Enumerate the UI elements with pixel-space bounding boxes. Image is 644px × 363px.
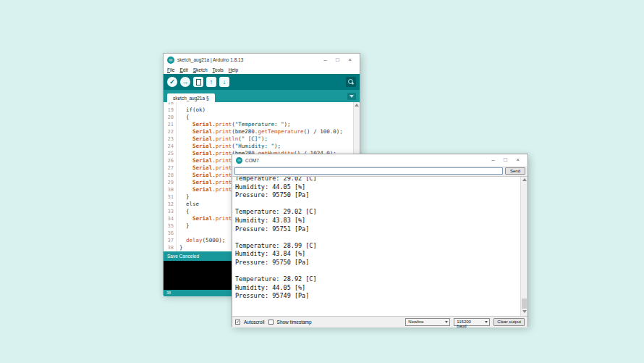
serial-monitor-window: ∞ COM7 – □ × Send Temperature: 29.02 [C]… <box>232 154 528 327</box>
line-number: 26 <box>164 157 177 164</box>
verify-button[interactable]: ✓ <box>167 77 177 87</box>
menu-edit[interactable]: Edit <box>180 67 188 72</box>
scroll-down-icon[interactable] <box>522 310 527 313</box>
code-text: Serial.print("Humidity: "); <box>177 143 281 150</box>
clear-output-button[interactable]: Clear output <box>493 318 525 326</box>
code-line: 22 Serial.print(bme280.getTemperature() … <box>164 128 353 135</box>
serial-output-line: Temperature: 29.02 [C] <box>235 208 520 217</box>
magnifier-icon <box>348 79 354 85</box>
serial-output-line: Humidity: 44.05 [%] <box>235 284 520 293</box>
line-number: 38 <box>164 244 177 251</box>
serial-scrollbar[interactable] <box>520 177 528 316</box>
minimize-icon[interactable]: – <box>319 56 331 64</box>
serial-output-line: Temperature: 29.02 [C] <box>235 176 520 183</box>
line-number: 30 <box>164 186 177 193</box>
line-number: 21 <box>164 121 177 128</box>
scroll-up-icon[interactable] <box>355 104 359 107</box>
line-number: 20 <box>164 114 177 121</box>
save-button[interactable]: ↓ <box>219 77 229 87</box>
line-number: 35 <box>164 222 177 230</box>
show-timestamp-label: Show timestamp <box>277 320 312 325</box>
close-icon[interactable]: × <box>512 156 524 164</box>
line-ending-dropdown[interactable]: Newline <box>405 318 450 326</box>
maximize-icon[interactable]: □ <box>499 156 512 164</box>
chevron-down-icon <box>445 321 448 323</box>
serial-output-line: Pressure: 95751 [Pa] <box>235 225 520 234</box>
line-number: 27 <box>164 164 177 172</box>
line-number: 31 <box>164 193 177 201</box>
serial-output-line: Humidity: 43.83 [%] <box>235 217 520 225</box>
code-line: 19 if(ok) <box>164 107 353 114</box>
serial-output-area[interactable]: Temperature: 29.02 [C]Humidity: 44.05 [%… <box>232 176 528 317</box>
check-icon: ✓ <box>169 78 175 85</box>
code-line: 23 Serial.println(" [C]"); <box>164 135 353 143</box>
serial-output-line: Temperature: 28.99 [C] <box>235 242 520 251</box>
line-number: 29 <box>164 179 177 186</box>
code-text <box>177 230 179 237</box>
arrow-up-icon: ↑ <box>210 78 213 85</box>
serial-input[interactable] <box>234 167 503 175</box>
document-icon <box>196 79 201 85</box>
code-text: Serial.printl <box>177 179 235 186</box>
autoscroll-label: Autoscroll <box>244 320 265 325</box>
serial-bottom-bar: ✓ Autoscroll Show timestamp Newline 1152… <box>232 317 528 327</box>
line-number: 33 <box>164 208 177 215</box>
code-text: } <box>177 222 190 230</box>
upload-button[interactable]: → <box>180 77 190 87</box>
line-number: 24 <box>164 143 177 150</box>
code-line: 20 { <box>164 114 353 121</box>
tab-sketch-aug21a[interactable]: sketch_aug21a § <box>167 93 215 102</box>
code-text: delay(5000); <box>177 237 225 244</box>
code-line: 24 Serial.print("Humidity: "); <box>164 143 353 150</box>
ide-toolbar: ✓ → ↑ ↓ <box>164 74 360 90</box>
close-icon[interactable]: × <box>344 56 356 64</box>
serial-output-line: Temperature: 28.92 [C] <box>235 275 520 284</box>
arduino-logo-icon: ∞ <box>236 157 242 164</box>
chevron-down-icon <box>485 321 488 323</box>
new-sketch-button[interactable] <box>193 77 203 87</box>
menu-tools[interactable]: Tools <box>213 67 224 72</box>
menu-sketch[interactable]: Sketch <box>193 67 208 72</box>
chevron-down-icon <box>349 95 354 98</box>
code-text: Serial.printl <box>177 186 235 193</box>
tab-list-button[interactable] <box>347 93 356 100</box>
code-text: Serial.println(" [C]"); <box>177 135 268 143</box>
show-timestamp-checkbox[interactable] <box>268 320 274 325</box>
serial-output-line: Pressure: 95750 [Pa] <box>235 259 520 267</box>
scrollbar-thumb[interactable] <box>522 299 527 309</box>
code-text: Serial.print( <box>177 172 235 179</box>
send-button[interactable]: Send <box>505 167 525 175</box>
ide-tabstrip: sketch_aug21a § <box>164 90 360 102</box>
code-text: } <box>177 193 190 201</box>
menu-help[interactable]: Help <box>229 67 238 72</box>
serial-output-line: Humidity: 43.84 [%] <box>235 250 520 259</box>
serial-monitor-button[interactable] <box>346 77 356 87</box>
maximize-icon[interactable]: □ <box>331 56 344 64</box>
code-text: { <box>177 114 190 121</box>
ide-titlebar[interactable]: ∞ sketch_aug21a | Arduino 1.8.13 – □ × <box>164 54 360 66</box>
autoscroll-checkbox[interactable]: ✓ <box>235 320 240 325</box>
desktop-background: ∞ sketch_aug21a | Arduino 1.8.13 – □ × F… <box>0 0 644 363</box>
code-text: } <box>177 244 183 251</box>
serial-titlebar[interactable]: ∞ COM7 – □ × <box>232 154 528 166</box>
serial-send-row: Send <box>232 166 528 176</box>
line-number: 22 <box>164 128 177 135</box>
current-line-number: 38 <box>166 291 171 295</box>
status-message: Save Canceled <box>167 254 199 259</box>
minimize-icon[interactable]: – <box>487 156 499 164</box>
code-text: { <box>177 208 190 215</box>
menu-file[interactable]: File <box>167 67 175 72</box>
baud-rate-dropdown[interactable]: 115200 baud <box>454 318 490 326</box>
serial-output-line: Humidity: 44.05 [%] <box>235 183 520 192</box>
scroll-up-icon[interactable] <box>522 178 527 181</box>
line-number: 32 <box>164 201 177 208</box>
line-number: 25 <box>164 150 177 157</box>
serial-output-line <box>235 200 520 209</box>
arduino-logo-icon: ∞ <box>167 57 174 64</box>
code-text: Serial.print(bme280.getTemperature() / 1… <box>177 128 343 135</box>
ide-menubar: File Edit Sketch Tools Help <box>164 66 360 74</box>
code-text: Serial.print( <box>177 164 235 172</box>
code-text: Serial.print("Temperature: "); <box>177 121 291 128</box>
serial-output-line <box>235 233 520 242</box>
open-button[interactable]: ↑ <box>206 77 216 87</box>
